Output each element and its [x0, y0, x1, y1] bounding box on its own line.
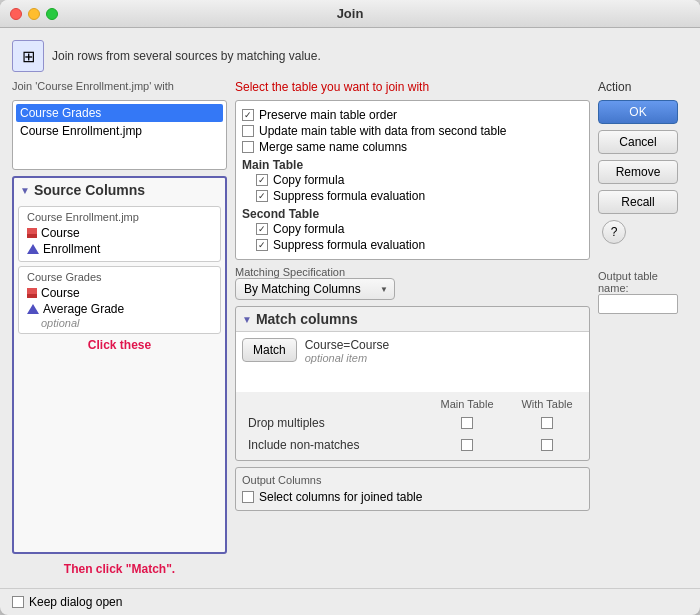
match-result-area: Course=Course optional item	[305, 338, 583, 364]
multiples-headers: Main Table With Table	[242, 396, 583, 412]
options-box: Preserve main table order Update main ta…	[235, 100, 590, 260]
checkbox-copy-second[interactable]	[256, 223, 268, 235]
maximize-button[interactable]	[46, 8, 58, 20]
left-panel: Join 'Course Enrollment.jmp' with Course…	[12, 80, 227, 576]
cancel-button[interactable]: Cancel	[598, 130, 678, 154]
output-columns-section: Output Columns Select columns for joined…	[235, 467, 590, 511]
bar-icon-2	[27, 288, 37, 298]
checkbox-suppress-second[interactable]	[256, 239, 268, 251]
option-suppress-main-label: Suppress formula evaluation	[273, 189, 425, 203]
col-name-avg-grade: Average Grade	[43, 302, 124, 316]
join-with-label: Join 'Course Enrollment.jmp' with	[12, 80, 227, 92]
col-group-grades: Course Grades Course Average Grade optio…	[18, 266, 221, 334]
output-name-input[interactable]	[598, 294, 678, 314]
table-list-box[interactable]: Course Grades Course Enrollment.jmp	[12, 100, 227, 170]
main-content: ⊞ Join rows from several sources by matc…	[0, 28, 700, 588]
option-merge: Merge same name columns	[242, 139, 583, 155]
matching-spec-area: Matching Specification By Matching Colum…	[235, 266, 590, 300]
center-panel: Select the table you want to join with P…	[235, 80, 590, 576]
col-optional: optional	[27, 317, 212, 329]
main-table-options: Copy formula Suppress formula evaluation	[242, 172, 583, 204]
checkbox-include-main[interactable]	[461, 439, 473, 451]
source-columns-section: ▼ Source Columns Course Enrollment.jmp C…	[12, 176, 227, 554]
remove-button[interactable]: Remove	[598, 160, 678, 184]
dropdown-value: By Matching Columns	[244, 282, 361, 296]
window-title: Join	[337, 6, 364, 21]
match-columns-box: ▼ Match columns Match Course=Course opti…	[235, 306, 590, 461]
option-copy-main-label: Copy formula	[273, 173, 344, 187]
main-area: Join 'Course Enrollment.jmp' with Course…	[12, 80, 688, 576]
checkbox-merge[interactable]	[242, 141, 254, 153]
close-button[interactable]	[10, 8, 22, 20]
include-nonmatches-row: Include non-matches	[242, 434, 583, 456]
matching-dropdown[interactable]: By Matching Columns	[235, 278, 395, 300]
drop-multiples-row: Drop multiples	[242, 412, 583, 434]
checkbox-preserve[interactable]	[242, 109, 254, 121]
matching-spec-label: Matching Specification	[235, 266, 590, 278]
col-group-enrollment: Course Enrollment.jmp Course Enrollment	[18, 206, 221, 262]
click-these-annotation: Click these	[14, 338, 225, 352]
option-suppress-main: Suppress formula evaluation	[256, 188, 583, 204]
tri-icon-2	[27, 304, 39, 314]
checkbox-include-with[interactable]	[541, 439, 553, 451]
include-with-cell	[517, 439, 577, 451]
col-item-enrollment[interactable]: Enrollment	[27, 241, 212, 257]
recall-button[interactable]: Recall	[598, 190, 678, 214]
output-name-label: Output table name:	[598, 270, 688, 294]
footer: Keep dialog open	[0, 588, 700, 615]
join-dialog: Join ⊞ Join rows from several sources by…	[0, 0, 700, 615]
header-description: Join rows from several sources by matchi…	[52, 49, 321, 63]
option-suppress-second: Suppress formula evaluation	[256, 237, 583, 253]
bar-icon	[27, 228, 37, 238]
title-bar: Join	[0, 0, 700, 28]
drop-multiples-checkboxes	[437, 417, 577, 429]
option-update-label: Update main table with data from second …	[259, 124, 506, 138]
checkbox-update[interactable]	[242, 125, 254, 137]
option-copy-second-label: Copy formula	[273, 222, 344, 236]
keep-open-row: Keep dialog open	[12, 595, 122, 609]
option-copy-main: Copy formula	[256, 172, 583, 188]
help-button[interactable]: ?	[602, 220, 626, 244]
dropdown-row: By Matching Columns	[235, 278, 590, 300]
include-nonmatches-label: Include non-matches	[248, 438, 431, 452]
select-cols-row: Select columns for joined table	[242, 490, 583, 504]
minimize-button[interactable]	[28, 8, 40, 20]
ok-button[interactable]: OK	[598, 100, 678, 124]
checkbox-drop-with[interactable]	[541, 417, 553, 429]
col-item-course-grades[interactable]: Course	[27, 285, 212, 301]
table-item-course-grades[interactable]: Course Grades	[16, 104, 223, 122]
join-icon: ⊞	[12, 40, 44, 72]
header-row: ⊞ Join rows from several sources by matc…	[12, 40, 688, 72]
multiples-section: Main Table With Table Drop multiples	[236, 392, 589, 460]
option-merge-label: Merge same name columns	[259, 140, 407, 154]
match-result: Course=Course	[305, 338, 583, 352]
second-table-sub: Second Table	[242, 207, 583, 221]
checkbox-suppress-main[interactable]	[256, 190, 268, 202]
source-columns-header: ▼ Source Columns	[14, 178, 225, 202]
table-item-enrollment[interactable]: Course Enrollment.jmp	[16, 122, 223, 140]
match-columns-title: Match columns	[256, 311, 358, 327]
checkbox-copy-main[interactable]	[256, 174, 268, 186]
col-item-course-enroll[interactable]: Course	[27, 225, 212, 241]
action-label: Action	[598, 80, 688, 94]
col-name-course-grades: Course	[41, 286, 80, 300]
checkbox-drop-main[interactable]	[461, 417, 473, 429]
col-name-enrollment: Enrollment	[43, 242, 100, 256]
select-cols-label: Select columns for joined table	[259, 490, 422, 504]
match-button[interactable]: Match	[242, 338, 297, 362]
second-table-options: Copy formula Suppress formula evaluation	[242, 221, 583, 253]
drop-main-cell	[437, 417, 497, 429]
option-copy-second: Copy formula	[256, 221, 583, 237]
option-update: Update main table with data from second …	[242, 123, 583, 139]
checkbox-select-cols[interactable]	[242, 491, 254, 503]
traffic-lights	[10, 8, 58, 20]
include-main-cell	[437, 439, 497, 451]
right-panel: Action OK Cancel Remove Recall ? Output …	[598, 80, 688, 576]
main-table-header: Main Table	[437, 398, 497, 410]
col-item-avg-grade[interactable]: Average Grade	[27, 301, 212, 317]
col-group-grades-label: Course Grades	[27, 271, 212, 283]
keep-open-label: Keep dialog open	[29, 595, 122, 609]
option-suppress-second-label: Suppress formula evaluation	[273, 238, 425, 252]
checkbox-keep-open[interactable]	[12, 596, 24, 608]
match-optional: optional item	[305, 352, 583, 364]
